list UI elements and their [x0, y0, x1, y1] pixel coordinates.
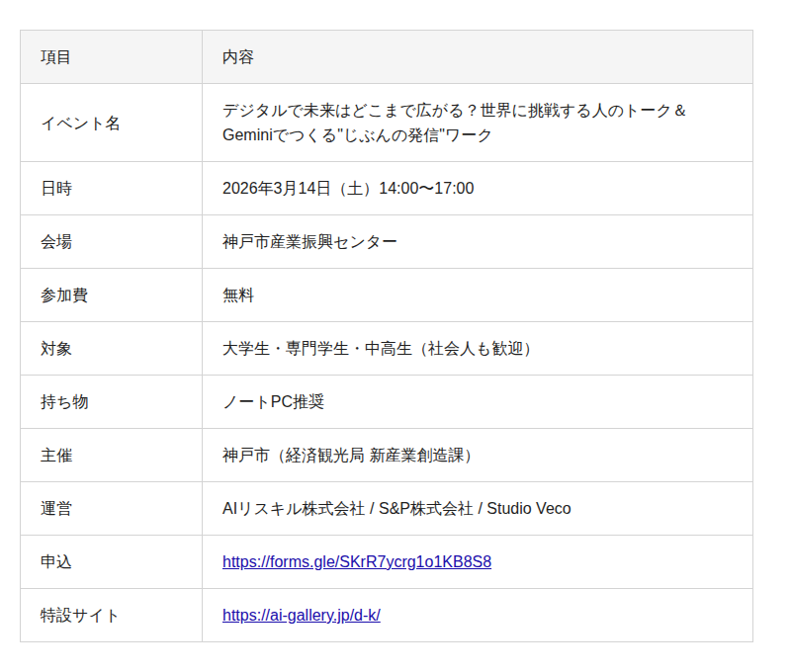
content-cell: 2026年3月14日（土）14:00〜17:00 — [203, 162, 753, 215]
event-info-page: 項目 内容 イベント名 デジタルで未来はどこまで広がる？世界に挑戦する人のトーク… — [0, 0, 791, 672]
event-info-table: 項目 内容 イベント名 デジタルで未来はどこまで広がる？世界に挑戦する人のトーク… — [20, 30, 753, 642]
table-row: 日時 2026年3月14日（土）14:00〜17:00 — [21, 162, 753, 215]
table-row: イベント名 デジタルで未来はどこまで広がる？世界に挑戦する人のトーク＆Gemin… — [21, 84, 753, 162]
content-cell: AIリスキル株式会社 / S&P株式会社 / Studio Veco — [203, 482, 753, 536]
item-cell: 持ち物 — [21, 376, 203, 429]
item-cell: 主催 — [21, 429, 203, 482]
application-form-link[interactable]: https://forms.gle/SKrR7ycrg1o1KB8S8 — [222, 553, 491, 570]
content-cell: 神戸市（経済観光局 新産業創造課） — [203, 429, 753, 482]
table-row: 持ち物 ノートPC推奨 — [21, 376, 753, 429]
item-cell: 対象 — [21, 322, 203, 376]
item-cell: 特設サイト — [21, 589, 203, 642]
content-cell: 無料 — [203, 269, 753, 322]
header-cell-item: 項目 — [21, 31, 203, 84]
table-row: 申込 https://forms.gle/SKrR7ycrg1o1KB8S8 — [21, 536, 753, 589]
table-row: 会場 神戸市産業振興センター — [21, 215, 753, 269]
content-cell: デジタルで未来はどこまで広がる？世界に挑戦する人のトーク＆Geminiでつくる"… — [203, 84, 753, 162]
table-header-row: 項目 内容 — [21, 31, 753, 84]
item-cell: 申込 — [21, 536, 203, 589]
header-cell-content: 内容 — [203, 31, 753, 84]
table-row: 参加費 無料 — [21, 269, 753, 322]
content-cell: ノートPC推奨 — [203, 376, 753, 429]
table-row: 対象 大学生・専門学生・中高生（社会人も歓迎） — [21, 322, 753, 376]
table-row: 特設サイト https://ai-gallery.jp/d-k/ — [21, 589, 753, 642]
table-row: 運営 AIリスキル株式会社 / S&P株式会社 / Studio Veco — [21, 482, 753, 536]
content-cell: 大学生・専門学生・中高生（社会人も歓迎） — [203, 322, 753, 376]
content-cell: https://ai-gallery.jp/d-k/ — [203, 589, 753, 642]
content-cell: https://forms.gle/SKrR7ycrg1o1KB8S8 — [203, 536, 753, 589]
item-cell: 参加費 — [21, 269, 203, 322]
item-cell: 運営 — [21, 482, 203, 536]
item-cell: 会場 — [21, 215, 203, 269]
item-cell: イベント名 — [21, 84, 203, 162]
special-site-link[interactable]: https://ai-gallery.jp/d-k/ — [222, 607, 381, 624]
content-cell: 神戸市産業振興センター — [203, 215, 753, 269]
item-cell: 日時 — [21, 162, 203, 215]
table-row: 主催 神戸市（経済観光局 新産業創造課） — [21, 429, 753, 482]
